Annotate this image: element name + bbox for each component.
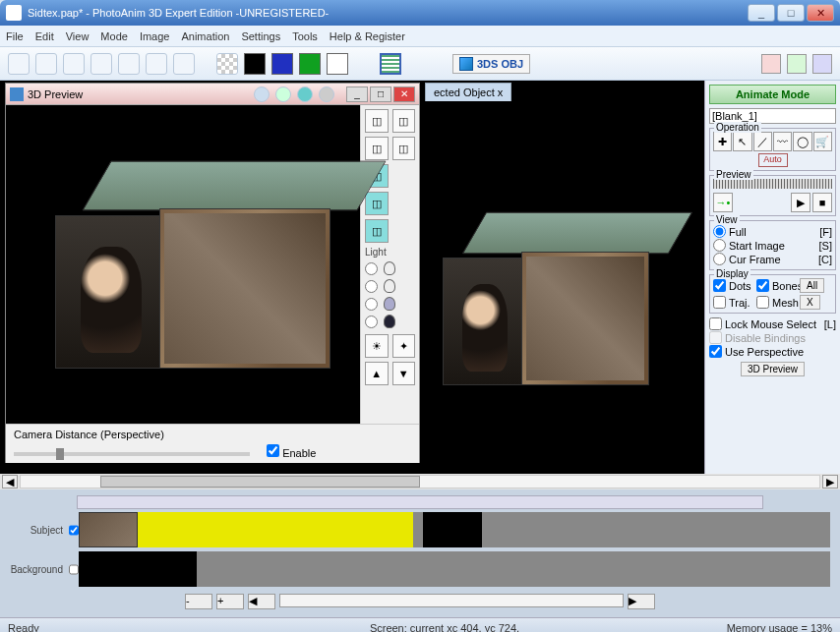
tool-icon[interactable]	[8, 53, 30, 75]
cart-tool-icon[interactable]: 🛒	[813, 132, 832, 151]
x-button[interactable]: X	[800, 295, 820, 310]
close-button[interactable]: ✕	[807, 4, 834, 22]
preview-close-button[interactable]: ✕	[393, 86, 415, 102]
light-radio[interactable]	[365, 280, 378, 293]
cube-3d-object[interactable]	[443, 199, 649, 395]
window-title: Sidtex.pap* - PhotoAnim 3D Expert Editio…	[28, 7, 748, 19]
menu-file[interactable]: File	[6, 30, 24, 42]
timeline-nav-right[interactable]: ▶	[628, 594, 655, 609]
menu-image[interactable]: Image	[140, 30, 170, 42]
preview-toolbar-icon[interactable]	[297, 86, 313, 102]
timeline-ruler[interactable]	[77, 495, 763, 509]
disable-bindings-checkbox	[709, 331, 722, 344]
cube-view-icon[interactable]: ◫	[365, 137, 389, 160]
menu-help[interactable]: Help & Register	[330, 30, 405, 42]
view-cur-radio[interactable]	[713, 253, 726, 265]
light-radio[interactable]	[365, 298, 378, 311]
grid-icon[interactable]	[380, 53, 401, 75]
3ds-obj-label: 3DS OBJ	[477, 58, 523, 70]
preview-viewport[interactable]	[6, 105, 360, 424]
cube-view-icon[interactable]: ◫	[392, 109, 416, 133]
preview-minimize-button[interactable]: _	[346, 86, 368, 102]
panel-icon[interactable]	[812, 54, 832, 74]
color-swatch-white[interactable]	[327, 53, 348, 75]
timeline-scrubber[interactable]	[713, 179, 832, 189]
auto-button[interactable]: Auto	[758, 153, 788, 167]
tool-icon[interactable]	[63, 53, 85, 75]
light-radio[interactable]	[365, 316, 378, 328]
light-tool-icon[interactable]: ☀	[365, 334, 389, 358]
tool-icon[interactable]	[173, 53, 195, 75]
line-tool-icon[interactable]: ／	[753, 132, 772, 151]
cube-3d-preview	[55, 144, 330, 380]
play-indicator-icon[interactable]: →•	[713, 193, 733, 212]
tool-icon[interactable]	[35, 53, 57, 75]
traj-checkbox[interactable]	[713, 296, 726, 309]
light-tool-icon[interactable]: ▲	[365, 362, 389, 385]
panel-icon[interactable]	[787, 54, 807, 74]
track-subject[interactable]	[79, 512, 830, 547]
track-subject-checkbox[interactable]	[69, 524, 79, 537]
cube-view-icon[interactable]: ◫	[365, 219, 389, 243]
cube-view-icon[interactable]: ◫	[365, 192, 389, 215]
stop-button[interactable]: ■	[812, 193, 832, 212]
camera-slider[interactable]	[14, 452, 250, 456]
menu-animation[interactable]: Animation	[181, 30, 229, 42]
tool-icon[interactable]	[146, 53, 167, 75]
color-swatch-blue[interactable]	[271, 53, 293, 75]
menu-mode[interactable]: Mode	[100, 30, 128, 42]
bulb-icon	[384, 297, 395, 311]
curve-tool-icon[interactable]: 〰	[773, 132, 792, 151]
object-tab[interactable]: ected Object x	[425, 83, 511, 101]
view-group: View Full[F] Start Image[S] Cur Frame[C]	[709, 220, 836, 270]
track-background-checkbox[interactable]	[69, 563, 79, 576]
preview-3d-button[interactable]: 3D Preview	[741, 362, 805, 376]
zoom-out-button[interactable]: -	[185, 594, 212, 609]
animate-mode-button[interactable]: Animate Mode	[709, 85, 836, 104]
timeline-nav-track[interactable]	[279, 594, 624, 607]
3ds-obj-button[interactable]: 3DS OBJ	[452, 54, 530, 74]
menu-settings[interactable]: Settings	[241, 30, 280, 42]
cube-view-icon[interactable]: ◫	[365, 109, 389, 133]
mesh-checkbox[interactable]	[756, 296, 769, 309]
play-button[interactable]: ▶	[791, 193, 810, 212]
lasso-tool-icon[interactable]: ◯	[793, 132, 811, 151]
preview-maximize-button[interactable]: □	[370, 86, 391, 102]
light-tool-icon[interactable]: ▼	[392, 362, 416, 385]
preview-toolbar-icon[interactable]	[254, 86, 270, 102]
dots-checkbox[interactable]	[713, 279, 726, 292]
color-swatch-green[interactable]	[299, 53, 321, 75]
color-swatch-black[interactable]	[244, 53, 266, 75]
light-radio[interactable]	[365, 262, 378, 275]
maximize-button[interactable]: □	[777, 4, 805, 22]
canvas-area[interactable]: ected Object x 3D Preview _ □ ✕	[0, 81, 704, 474]
enable-checkbox[interactable]	[267, 444, 279, 457]
menu-tools[interactable]: Tools	[292, 30, 318, 42]
scroll-track[interactable]	[20, 475, 820, 488]
tool-icon[interactable]	[118, 53, 140, 75]
view-full-radio[interactable]	[713, 225, 726, 238]
scroll-left-button[interactable]: ◀	[2, 475, 18, 488]
scroll-right-button[interactable]: ▶	[822, 475, 838, 488]
zoom-in-button[interactable]: +	[216, 594, 244, 609]
preview-toolbar-icon[interactable]	[319, 86, 334, 102]
pointer-tool-icon[interactable]: ↖	[733, 132, 751, 151]
bones-checkbox[interactable]	[756, 279, 769, 292]
timeline-nav-left[interactable]: ◀	[248, 594, 275, 609]
cube-view-icon[interactable]: ◫	[392, 137, 416, 160]
bulb-icon	[384, 279, 395, 293]
add-tool-icon[interactable]: ✚	[713, 132, 732, 151]
minimize-button[interactable]: _	[748, 4, 775, 22]
lock-mouse-checkbox[interactable]	[709, 317, 722, 330]
panel-icon[interactable]	[761, 54, 781, 74]
menu-view[interactable]: View	[66, 30, 90, 42]
menu-edit[interactable]: Edit	[35, 30, 54, 42]
all-button[interactable]: All	[800, 278, 824, 293]
view-start-radio[interactable]	[713, 239, 726, 252]
track-background[interactable]	[79, 551, 830, 587]
tool-icon[interactable]	[90, 53, 112, 75]
light-tool-icon[interactable]: ✦	[392, 334, 416, 358]
checker-icon[interactable]	[216, 53, 238, 75]
perspective-checkbox[interactable]	[709, 345, 722, 358]
preview-toolbar-icon[interactable]	[275, 86, 291, 102]
